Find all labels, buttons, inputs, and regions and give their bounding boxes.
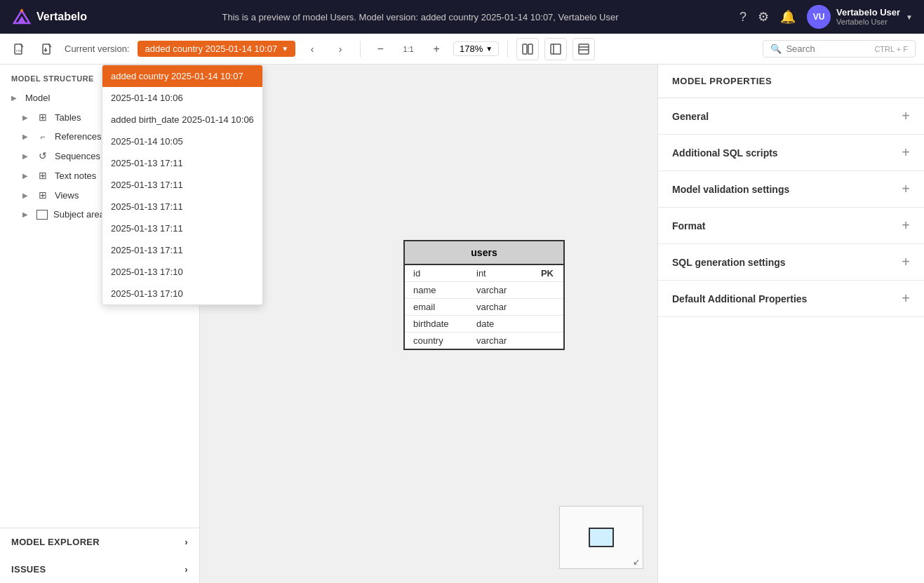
panel-section-plus-icon: + [902, 145, 910, 161]
minimap-resize-icon[interactable]: ↙ [633, 557, 640, 567]
panel-section-label: General [672, 111, 709, 122]
version-chevron-icon: ▼ [281, 45, 288, 53]
settings-icon[interactable]: ⚙ [758, 9, 769, 25]
prev-version-button[interactable]: ‹ [301, 38, 323, 60]
dropdown-item-1[interactable]: 2025-01-14 10:06 [102, 87, 262, 109]
toggle-sidebar-button[interactable] [544, 38, 567, 60]
model-explorer-chevron-icon: › [185, 537, 188, 547]
textnotes-icon: ⊞ [36, 170, 49, 181]
toolbar-separator [360, 41, 361, 58]
col-name: name [413, 285, 476, 295]
logo-icon [11, 6, 32, 27]
panel-section-plus-icon: + [902, 290, 910, 307]
version-select-text: added country 2025-01-14 10:07 [145, 43, 277, 54]
notifications-icon[interactable]: 🔔 [780, 9, 796, 25]
panel-section-plus-icon: + [902, 108, 910, 124]
zoom-display[interactable]: 178% ▼ [453, 41, 499, 56]
col-type: date [476, 319, 533, 329]
dropdown-item-2[interactable]: added birth_date 2025-01-14 10:06 [102, 109, 262, 130]
search-bar[interactable]: 🔍 CTRL + F [763, 40, 916, 58]
panel-icon [577, 43, 590, 55]
dropdown-item-9[interactable]: 2025-01-13 17:10 [102, 261, 262, 283]
panel-section-model-validation-settings[interactable]: Model validation settings + [658, 171, 924, 208]
model-explorer-item[interactable]: MODEL EXPLORER › [0, 528, 199, 556]
views-icon: ⊞ [36, 189, 49, 201]
zoom-chevron-icon: ▼ [486, 45, 493, 53]
minimap[interactable]: ↙ [559, 506, 643, 569]
version-selector[interactable]: added country 2025-01-14 10:07 ▼ [138, 41, 295, 57]
dropdown-item-8[interactable]: 2025-01-13 17:11 [102, 239, 262, 261]
search-input[interactable] [786, 43, 870, 54]
svg-rect-6 [523, 44, 527, 54]
dropdown-item-10[interactable]: 2025-01-13 17:10 [102, 283, 262, 304]
download-icon [41, 43, 54, 55]
svg-rect-10 [579, 44, 589, 54]
table-row: email varchar [405, 299, 563, 316]
model-explorer-label: MODEL EXPLORER [11, 537, 100, 547]
logo-text: Vertabelo [36, 11, 87, 23]
toggle-columns-button[interactable] [516, 38, 539, 60]
col-type: varchar [476, 302, 533, 312]
sidebar-bottom: MODEL EXPLORER › ISSUES › [0, 528, 199, 583]
search-shortcut: CTRL + F [874, 45, 908, 53]
table-row: country varchar [405, 333, 563, 349]
panel-section-plus-icon: + [902, 217, 910, 234]
user-role: Vertabelo User [836, 18, 900, 27]
sequences-arrow-icon: ▶ [22, 152, 31, 160]
panel-section-label: Additional SQL scripts [672, 147, 778, 159]
minimap-table [589, 528, 614, 547]
db-table-users[interactable]: users id int PK name varchar email varch… [403, 240, 565, 350]
issues-item[interactable]: ISSUES › [0, 556, 199, 583]
col-type: varchar [476, 285, 533, 295]
logo[interactable]: Vertabelo [11, 6, 87, 27]
dropdown-item-6[interactable]: 2025-01-13 17:11 [102, 196, 262, 217]
dropdown-item-3[interactable]: 2025-01-14 10:05 [102, 130, 262, 152]
canvas-area[interactable]: users id int PK name varchar email varch… [200, 65, 657, 583]
svg-point-2 [20, 9, 23, 12]
top-nav: Vertabelo This is a preview of model Use… [0, 0, 924, 34]
user-info: Vertabelo User Vertabelo User [836, 7, 900, 27]
table-row: id int PK [405, 265, 563, 282]
toggle-panel-button[interactable] [573, 38, 595, 60]
model-arrow-icon: ▶ [11, 94, 20, 102]
panel-section-additional-sql-scripts[interactable]: Additional SQL scripts + [658, 135, 924, 171]
issues-label: ISSUES [11, 564, 46, 575]
references-arrow-icon: ▶ [22, 133, 31, 140]
panel-sections: General + Additional SQL scripts + Model… [658, 98, 924, 317]
tables-arrow-icon: ▶ [22, 114, 31, 121]
references-icon: ⌐ [36, 132, 49, 142]
zoom-fit-button[interactable]: 1:1 [397, 38, 420, 60]
nav-right: ? ⚙ 🔔 VU Vertabelo User Vertabelo User ▼ [739, 5, 913, 29]
panel-section-label: Model validation settings [672, 184, 789, 195]
zoom-value: 178% [460, 43, 483, 54]
dropdown-item-5[interactable]: 2025-01-13 17:11 [102, 174, 262, 196]
export-pdf-button[interactable]: PDF [8, 38, 31, 60]
zoom-in-button[interactable]: + [425, 38, 448, 60]
table-row: birthdate date [405, 316, 563, 333]
textnotes-arrow-icon: ▶ [22, 172, 31, 180]
help-icon[interactable]: ? [739, 10, 746, 25]
col-name: id [413, 268, 476, 279]
version-dropdown: added country 2025-01-14 10:072025-01-14… [102, 65, 263, 305]
panel-section-label: Default Additional Properties [672, 293, 807, 304]
panel-section-general[interactable]: General + [658, 98, 924, 135]
tables-icon: ⊞ [36, 112, 49, 123]
col-type: int [476, 268, 533, 279]
export-button[interactable] [36, 38, 59, 60]
dropdown-item-0[interactable]: added country 2025-01-14 10:07 [102, 65, 262, 87]
dropdown-item-7[interactable]: 2025-01-13 17:11 [102, 217, 262, 239]
user-menu[interactable]: VU Vertabelo User Vertabelo User ▼ [807, 5, 913, 29]
panel-section-sql-generation-settings[interactable]: SQL generation settings + [658, 244, 924, 281]
table-rows: id int PK name varchar email varchar bir… [405, 265, 563, 349]
zoom-out-button[interactable]: − [369, 38, 391, 60]
col-constraint: PK [533, 268, 554, 279]
columns-icon [521, 43, 534, 55]
col-name: country [413, 335, 476, 346]
panel-section-format[interactable]: Format + [658, 208, 924, 244]
dropdown-item-4[interactable]: 2025-01-13 17:11 [102, 152, 262, 174]
next-version-button[interactable]: › [329, 38, 351, 60]
views-arrow-icon: ▶ [22, 192, 31, 199]
panel-section-default-additional-properties[interactable]: Default Additional Properties + [658, 281, 924, 317]
right-panel-title: MODEL PROPERTIES [658, 65, 924, 98]
avatar: VU [807, 5, 831, 29]
